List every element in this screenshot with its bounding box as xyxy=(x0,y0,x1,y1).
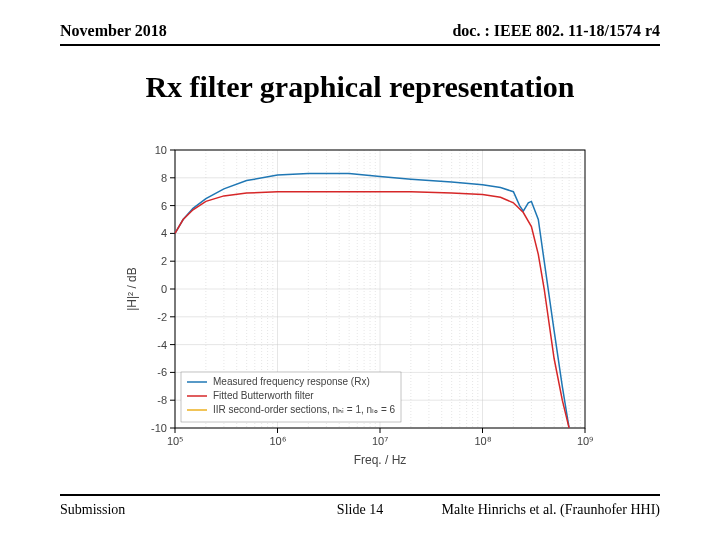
svg-text:2: 2 xyxy=(161,255,167,267)
svg-text:10⁹: 10⁹ xyxy=(577,435,593,447)
svg-text:-2: -2 xyxy=(157,311,167,323)
svg-text:10⁶: 10⁶ xyxy=(269,435,286,447)
svg-text:8: 8 xyxy=(161,172,167,184)
chart-svg: 10⁵10⁶10⁷10⁸10⁹-10-8-6-4-20246810Freq. /… xyxy=(120,140,600,470)
svg-text:Freq. / Hz: Freq. / Hz xyxy=(354,453,407,467)
svg-text:Measured frequency response (R: Measured frequency response (Rx) xyxy=(213,376,370,387)
footer-center: Slide 14 xyxy=(60,502,660,518)
svg-text:|H|² / dB: |H|² / dB xyxy=(125,267,139,311)
header-rule xyxy=(60,44,660,46)
svg-text:IIR second-order sections, nₕᵢ: IIR second-order sections, nₕᵢ = 1, nₗₒ … xyxy=(213,404,396,415)
svg-text:0: 0 xyxy=(161,283,167,295)
svg-text:10⁷: 10⁷ xyxy=(372,435,388,447)
header-date: November 2018 xyxy=(60,22,167,40)
header: November 2018 doc. : IEEE 802. 11-18/157… xyxy=(60,22,660,40)
svg-text:6: 6 xyxy=(161,200,167,212)
chart: 10⁵10⁶10⁷10⁸10⁹-10-8-6-4-20246810Freq. /… xyxy=(120,140,600,470)
svg-text:Fitted Butterworth filter: Fitted Butterworth filter xyxy=(213,390,314,401)
svg-text:10⁵: 10⁵ xyxy=(167,435,183,447)
svg-text:-6: -6 xyxy=(157,366,167,378)
footer: Submission Slide 14 Malte Hinrichs et al… xyxy=(60,502,660,518)
svg-text:-10: -10 xyxy=(151,422,167,434)
svg-text:10⁸: 10⁸ xyxy=(474,435,491,447)
svg-text:-4: -4 xyxy=(157,339,167,351)
svg-text:10: 10 xyxy=(155,144,167,156)
footer-rule xyxy=(60,494,660,496)
header-doc: doc. : IEEE 802. 11-18/1574 r4 xyxy=(452,22,660,40)
svg-text:-8: -8 xyxy=(157,394,167,406)
slide-title: Rx filter graphical representation xyxy=(0,70,720,104)
svg-text:4: 4 xyxy=(161,227,167,239)
